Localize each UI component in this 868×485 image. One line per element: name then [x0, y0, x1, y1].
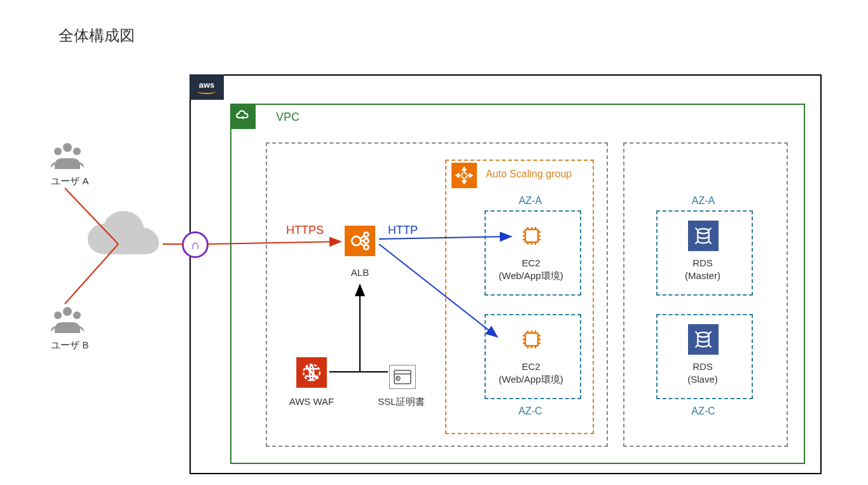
cloud-icon — [81, 210, 170, 280]
rds-c-title: RDS — [671, 361, 734, 372]
svg-line-36 — [360, 243, 364, 247]
waf-label: AWS WAF — [286, 396, 337, 407]
vpc-label: VPC — [276, 111, 300, 124]
svg-point-30 — [352, 236, 361, 245]
svg-point-45 — [63, 307, 72, 316]
svg-point-46 — [54, 311, 62, 319]
svg-point-29 — [698, 332, 709, 338]
ec2-c-sub: (Web/App環境) — [493, 374, 569, 386]
rds-a-sub: (Master) — [671, 270, 734, 281]
ec2-a-title: EC2 — [499, 257, 563, 268]
ec2-icon — [516, 324, 547, 355]
rds-c-sub: (Slave) — [671, 374, 734, 385]
az-c-ec2-label: AZ-C — [499, 406, 562, 417]
az-a-ec2-label: AZ-A — [499, 195, 562, 207]
svg-rect-2 — [525, 229, 538, 242]
svg-line-34 — [360, 236, 364, 240]
auto-scaling-label: Auto Scaling group — [486, 168, 572, 180]
ec2-a-sub: (Web/App環境) — [493, 270, 569, 282]
page-title: 全体構成図 — [59, 25, 135, 46]
user-a-label: ユーザ A — [45, 175, 95, 188]
rds-icon — [688, 221, 719, 251]
ec2-icon — [516, 221, 547, 251]
svg-point-28 — [698, 229, 709, 234]
https-label: HTTPS — [286, 224, 324, 237]
ssl-cert-icon — [389, 365, 416, 389]
diagram-canvas: 全体構成図 aws VPC Auto Scaling group AZ-A EC… — [0, 0, 868, 485]
svg-point-44 — [73, 147, 81, 155]
svg-point-42 — [63, 143, 72, 152]
az-a-rds-label: AZ-A — [672, 195, 735, 207]
svg-point-47 — [73, 311, 81, 319]
ssl-label: SSL証明書 — [374, 396, 429, 408]
svg-rect-1 — [462, 173, 467, 178]
auto-scaling-icon — [451, 163, 477, 188]
svg-rect-15 — [525, 333, 538, 346]
ec2-c-title: EC2 — [499, 361, 563, 372]
az-c-rds-label: AZ-C — [672, 406, 735, 417]
aws-logo-icon: aws — [189, 74, 224, 100]
alb-icon — [345, 226, 375, 256]
rds-icon — [688, 324, 719, 355]
waf-icon — [296, 357, 327, 388]
http-label: HTTP — [388, 224, 418, 237]
internet-gateway-icon: ∩ — [182, 231, 209, 258]
users-icon — [50, 305, 85, 341]
user-b-label: ユーザ B — [45, 339, 95, 352]
users-icon — [50, 141, 85, 177]
vpc-icon — [230, 104, 256, 129]
alb-label: ALB — [345, 267, 375, 278]
rds-a-title: RDS — [671, 257, 734, 268]
svg-point-43 — [54, 147, 62, 155]
svg-point-32 — [364, 238, 368, 243]
